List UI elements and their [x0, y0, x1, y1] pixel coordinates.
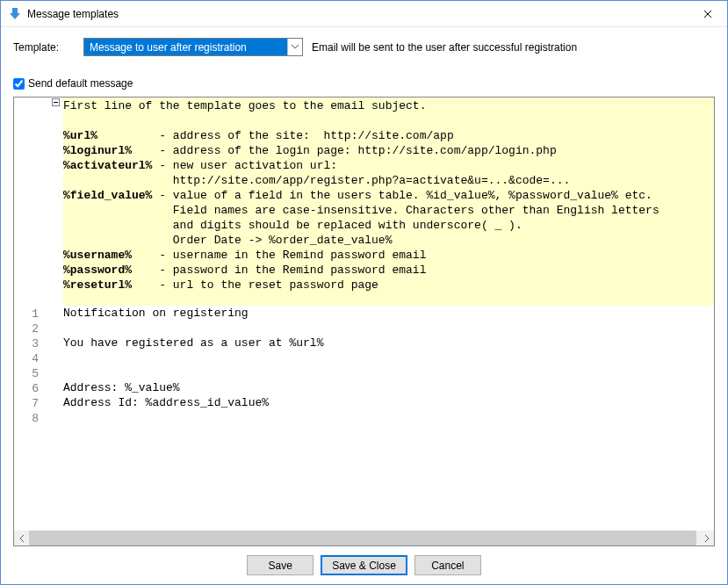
line-number: 3: [14, 336, 51, 351]
line-number: 4: [14, 351, 51, 366]
code-column: First line of the template goes to the e…: [63, 98, 714, 531]
scrollbar-thumb[interactable]: [29, 531, 696, 545]
fold-column: [51, 98, 63, 531]
scrollbar-track[interactable]: [29, 531, 699, 545]
code-line[interactable]: [63, 410, 714, 425]
hint-line: %username% - username in the Remind pass…: [63, 248, 714, 263]
dialog-window: Message templates Template: Message to u…: [0, 0, 728, 585]
template-select-value: Message to user after registration: [84, 41, 287, 54]
line-number: 8: [14, 411, 51, 426]
line-number: 1: [14, 307, 51, 321]
hint-line: Field names are case-insensitive. Charac…: [63, 203, 714, 218]
hint-token: %activateurl%: [63, 159, 152, 172]
app-icon: [8, 7, 22, 21]
hint-line: %url% - address of the site: http://site…: [63, 128, 714, 143]
chevron-down-icon: [287, 39, 302, 55]
close-icon: [703, 10, 712, 18]
save-close-button[interactable]: Save & Close: [321, 555, 407, 575]
code-line[interactable]: [63, 350, 714, 365]
hint-line: http://site.com/app/register.php?a=activ…: [63, 173, 714, 188]
hint-line: %field_value% - value of a field in the …: [63, 188, 714, 203]
code-line[interactable]: Notification on registering: [63, 306, 714, 321]
template-select[interactable]: Message to user after registration: [83, 38, 303, 56]
hint-token: %username%: [63, 249, 132, 262]
cancel-button[interactable]: Cancel: [414, 555, 481, 575]
hint-token: %field_value%: [63, 189, 152, 202]
hint-line: Order Date -> %order_date_value%: [63, 233, 714, 248]
code-editor[interactable]: 12345678 First line of the template goes…: [13, 97, 715, 546]
scroll-left-icon[interactable]: [14, 531, 29, 545]
titlebar: Message templates: [1, 1, 727, 27]
hint-token: %password%: [63, 264, 132, 277]
window-title: Message templates: [27, 8, 688, 20]
line-number: 5: [14, 366, 51, 381]
hint-line: [63, 113, 714, 128]
line-number: 6: [14, 381, 51, 396]
send-default-checkbox[interactable]: [13, 78, 25, 90]
code-line[interactable]: [63, 321, 714, 336]
code-line[interactable]: You have registered as a user at %url%: [63, 336, 714, 350]
hint-token: %reseturl%: [63, 278, 132, 292]
editor-content: 12345678 First line of the template goes…: [14, 98, 714, 531]
scroll-right-icon[interactable]: [699, 531, 714, 545]
button-row: Save Save & Close Cancel: [13, 546, 715, 575]
hint-token: %loginurl%: [63, 144, 132, 157]
hint-line: and digits should be replaced with under…: [63, 218, 714, 233]
fold-toggle-icon[interactable]: [52, 98, 60, 106]
code-line[interactable]: Address Id: %address_id_value%: [63, 395, 714, 410]
template-row: Template: Message to user after registra…: [13, 38, 715, 56]
send-default-label: Send default message: [28, 77, 133, 90]
line-number-gutter: 12345678: [14, 98, 51, 531]
hint-line: First line of the template goes to the e…: [63, 98, 714, 113]
save-button[interactable]: Save: [247, 555, 314, 575]
hint-line: %activateurl% - new user activation url:: [63, 158, 714, 173]
hint-line: %reseturl% - url to the reset password p…: [63, 278, 714, 292]
hint-line: %password% - password in the Remind pass…: [63, 263, 714, 278]
dialog-body: Template: Message to user after registra…: [1, 27, 727, 584]
line-number: 2: [14, 321, 51, 336]
template-label: Template:: [13, 41, 75, 54]
hint-token: %url%: [63, 129, 97, 142]
template-description: Email will be sent to the user after suc…: [312, 41, 577, 54]
horizontal-scrollbar[interactable]: [14, 531, 714, 545]
hint-line: %loginurl% - address of the login page: …: [63, 143, 714, 158]
hint-block: First line of the template goes to the e…: [63, 98, 714, 306]
line-number: 7: [14, 396, 51, 411]
code-text[interactable]: Notification on registeringYou have regi…: [63, 306, 714, 425]
code-line[interactable]: Address: %_value%: [63, 380, 714, 395]
code-line[interactable]: [63, 365, 714, 380]
send-default-checkbox-row[interactable]: Send default message: [13, 77, 715, 90]
close-button[interactable]: [688, 1, 727, 26]
